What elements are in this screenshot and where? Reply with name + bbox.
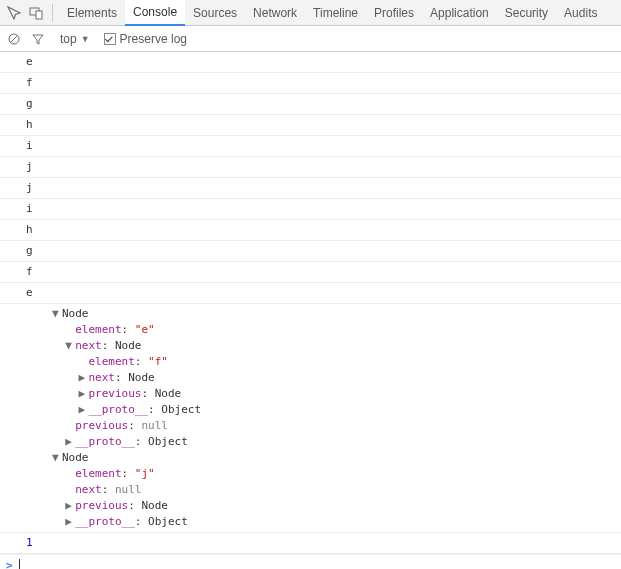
tree-line: element: "f" [26, 354, 621, 370]
svg-line-3 [11, 35, 18, 42]
tree-line: previous: null [26, 418, 621, 434]
panel-tabs: ElementsConsoleSourcesNetworkTimelinePro… [59, 0, 605, 26]
preserve-log-toggle[interactable]: Preserve log [104, 32, 187, 46]
log-line: f [0, 262, 621, 283]
text-cursor [19, 559, 20, 569]
log-line: i [0, 136, 621, 157]
log-line: e [0, 283, 621, 304]
checkbox-icon [104, 33, 116, 45]
log-line: j [0, 178, 621, 199]
log-line: g [0, 94, 621, 115]
log-line: i [0, 199, 621, 220]
chevron-down-icon: ▼ [81, 34, 90, 44]
log-line: h [0, 115, 621, 136]
clear-console-icon[interactable] [6, 31, 22, 47]
tab-application[interactable]: Application [422, 0, 497, 26]
console-subtoolbar: top ▼ Preserve log [0, 26, 621, 52]
tree-line: element: "j" [26, 466, 621, 482]
tree-line[interactable]: ▶previous: Node [26, 498, 621, 514]
filter-icon[interactable] [30, 31, 46, 47]
log-line: e [0, 52, 621, 73]
inspect-icon[interactable] [4, 3, 24, 23]
log-line: h [0, 220, 621, 241]
preserve-log-label: Preserve log [120, 32, 187, 46]
log-line-number: 1 [0, 533, 621, 554]
tree-line[interactable]: ▶next: Node [26, 370, 621, 386]
console-output: efghijjihgfe ▼Node element: "e" ▼next: N… [0, 52, 621, 569]
tree-line[interactable]: ▼Node [26, 306, 621, 322]
tab-profiles[interactable]: Profiles [366, 0, 422, 26]
context-label: top [60, 32, 77, 46]
devtools-toolbar: ElementsConsoleSourcesNetworkTimelinePro… [0, 0, 621, 26]
log-line: f [0, 73, 621, 94]
tab-sources[interactable]: Sources [185, 0, 245, 26]
console-prompt[interactable]: > [0, 554, 621, 569]
tab-timeline[interactable]: Timeline [305, 0, 366, 26]
tab-console[interactable]: Console [125, 0, 185, 26]
svg-rect-1 [36, 11, 42, 19]
log-line: j [0, 157, 621, 178]
tree-line[interactable]: ▶__proto__: Object [26, 514, 621, 530]
tab-audits[interactable]: Audits [556, 0, 605, 26]
tree-line: element: "e" [26, 322, 621, 338]
tree-line: next: null [26, 482, 621, 498]
context-selector[interactable]: top ▼ [54, 30, 96, 48]
tab-elements[interactable]: Elements [59, 0, 125, 26]
tree-line[interactable]: ▼Node [26, 450, 621, 466]
tree-line[interactable]: ▶__proto__: Object [26, 434, 621, 450]
console-input[interactable] [26, 559, 615, 569]
tree-line[interactable]: ▼next: Node [26, 338, 621, 354]
tab-network[interactable]: Network [245, 0, 305, 26]
prompt-caret-icon: > [6, 559, 13, 569]
tree-line[interactable]: ▶__proto__: Object [26, 402, 621, 418]
tab-security[interactable]: Security [497, 0, 556, 26]
log-line: g [0, 241, 621, 262]
toolbar-divider [52, 4, 53, 22]
object-tree[interactable]: ▼Node element: "e" ▼next: Node element: … [0, 304, 621, 533]
tree-line[interactable]: ▶previous: Node [26, 386, 621, 402]
device-toggle-icon[interactable] [26, 3, 46, 23]
